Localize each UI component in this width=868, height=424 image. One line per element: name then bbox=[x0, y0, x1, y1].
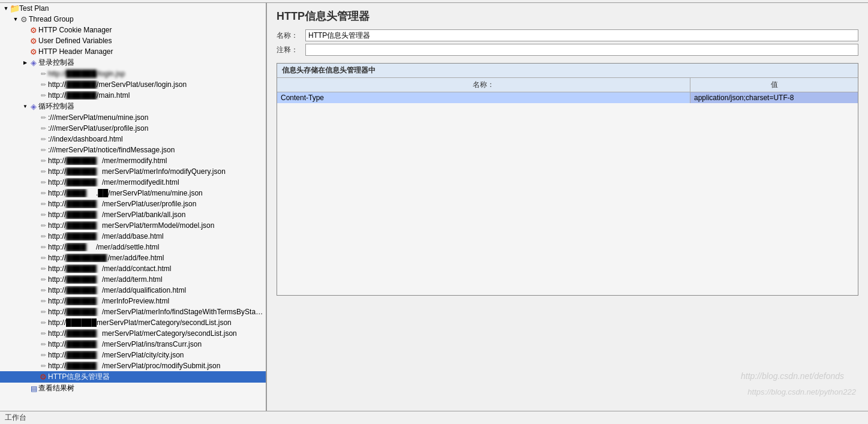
section-title: 信息头存储在信息头管理器中 bbox=[282, 66, 376, 74]
http-icon: ✏ bbox=[38, 113, 48, 122]
tree-item-login-3[interactable]: ✏ http://██████/main.html bbox=[0, 90, 266, 101]
form-area: 名称： 注释： bbox=[267, 27, 868, 61]
spacer bbox=[22, 25, 29, 35]
tree-item-loop-3[interactable]: ✏ ://index/dashboard.html bbox=[0, 134, 266, 145]
tree-item-login-ctrl[interactable]: ▶ ◈ 登录控制器 bbox=[0, 57, 266, 68]
tree-item-loop-8[interactable]: ✏ http://████.██/merServPlat/menu/mine.j… bbox=[0, 188, 266, 199]
tree-label: http://██████/mer/add/qualification.html bbox=[48, 286, 266, 294]
spacer bbox=[31, 113, 38, 122]
expand-icon: ▶ bbox=[22, 58, 29, 68]
controller-icon: ◈ bbox=[29, 58, 38, 68]
tree-item-loop-6[interactable]: ✏ http://██████merServPlat/merInfo/modif… bbox=[0, 166, 266, 177]
tree-item-loop-16[interactable]: ✏ http://██████/mer/add/term.html bbox=[0, 274, 266, 285]
tree-item-thread-group[interactable]: ▼ ⚙ Thread Group bbox=[0, 14, 266, 25]
tree-label: http://██████/mer/add/contact.html bbox=[48, 264, 266, 273]
tree-item-loop-19[interactable]: ✏ http://██████/merServPlat/merInfo/find… bbox=[0, 306, 266, 317]
tree-item-loop-ctrl[interactable]: ▼ ◈ 循环控制器 bbox=[0, 101, 266, 112]
expand-icon: ▼ bbox=[22, 102, 29, 112]
http-icon: ✏ bbox=[38, 134, 48, 144]
left-panel: ▼ 📁 Test Plan ▼ ⚙ Thread Group ⚙ HTTP Co… bbox=[0, 3, 267, 411]
spacer bbox=[22, 47, 29, 56]
tree-item-login-2[interactable]: ✏ http://██████/merServPlat/user/login.j… bbox=[0, 79, 266, 90]
tree-item-loop-11[interactable]: ✏ http://██████merServPlat/termModel/mod… bbox=[0, 220, 266, 231]
http-icon: ✏ bbox=[38, 199, 48, 209]
tree-item-loop-17[interactable]: ✏ http://██████/mer/add/qualification.ht… bbox=[0, 285, 266, 296]
tree-label: http://██████/merServPlat/bank/all.json bbox=[48, 211, 266, 219]
name-label: 名称： bbox=[277, 31, 305, 41]
bottom-bar: 工作台 bbox=[0, 411, 868, 424]
tree-item-loop-1[interactable]: ✏ :///merServPlat/menu/mine.json bbox=[0, 112, 266, 123]
tree-item-http-header-mgr[interactable]: ⚙ HTTP信息头管理器 bbox=[0, 371, 266, 383]
tree-label: ://index/dashboard.html bbox=[48, 135, 266, 143]
watermark-1: http://blog.csdn.net/defonds bbox=[741, 371, 844, 381]
tree-label: 查看结果树 bbox=[38, 383, 266, 393]
tree-label: http://████████/mer/add/fee.html bbox=[48, 254, 266, 262]
table-row-1[interactable]: Content-Type application/json;charset=UT… bbox=[277, 92, 858, 103]
comment-label: 注释： bbox=[277, 45, 305, 55]
tree-item-cookie-manager[interactable]: ⚙ HTTP Cookie Manager bbox=[0, 25, 266, 35]
manager-icon: ⚙ bbox=[38, 372, 48, 382]
tree-label: http://██████merServPlat/merInfo/modifyQ… bbox=[48, 167, 266, 176]
tree-item-loop-14[interactable]: ✏ http://████████/mer/add/fee.html bbox=[0, 252, 266, 263]
spacer bbox=[31, 318, 38, 327]
spacer bbox=[31, 145, 38, 155]
table-header: 名称： 值 bbox=[277, 78, 858, 92]
table-cell-value: application/json;charset=UTF-8 bbox=[690, 92, 858, 103]
http-icon: ✏ bbox=[38, 329, 48, 338]
tree-label: http://██████merServPlat/merCategory/sec… bbox=[48, 329, 266, 338]
right-panel-inner: HTTP信息头管理器 名称： 注释： 信息头存储在信息头管理器中 名称 bbox=[267, 3, 868, 411]
tree-item-login-1[interactable]: ✏ http://██████/login.jsp bbox=[0, 68, 266, 79]
tree-label: http://██████/merServPlat/user/profile.j… bbox=[48, 200, 266, 208]
tree-item-loop-18[interactable]: ✏ http://██████/merInfoPreview.html bbox=[0, 296, 266, 306]
name-row: 名称： bbox=[277, 29, 858, 41]
tree-item-loop-12[interactable]: ✏ http://██████/mer/add/base.html bbox=[0, 231, 266, 242]
expand-icon: ▼ bbox=[12, 14, 19, 24]
http-icon: ✏ bbox=[38, 253, 48, 263]
tree-item-loop-9[interactable]: ✏ http://██████/merServPlat/user/profile… bbox=[0, 199, 266, 209]
tree-label: http://██████/merInfoPreview.html bbox=[48, 297, 266, 305]
tree-item-loop-21[interactable]: ✏ http://██████merServPlat/merCategory/s… bbox=[0, 328, 266, 339]
http-icon: ✏ bbox=[38, 339, 48, 349]
comment-row: 注释： bbox=[277, 44, 858, 56]
controller-icon: ◈ bbox=[29, 102, 38, 112]
tree-item-loop-15[interactable]: ✏ http://██████/mer/add/contact.html bbox=[0, 263, 266, 274]
col-header-value: 值 bbox=[690, 78, 858, 92]
tree-label: :///merServPlat/notice/findMessage.json bbox=[48, 146, 266, 154]
tree-item-loop-23[interactable]: ✏ http://██████/merServPlat/city/city.js… bbox=[0, 350, 266, 360]
http-icon: ✏ bbox=[38, 167, 48, 176]
spacer bbox=[31, 91, 38, 100]
page-title: HTTP信息头管理器 bbox=[267, 3, 868, 27]
http-icon: ✏ bbox=[38, 318, 48, 327]
http-icon: ✏ bbox=[38, 178, 48, 187]
table-section-header: 信息头存储在信息头管理器中 bbox=[277, 64, 858, 78]
spacer bbox=[31, 275, 38, 284]
tree-item-loop-10[interactable]: ✏ http://██████/merServPlat/bank/all.jso… bbox=[0, 209, 266, 220]
comment-input[interactable] bbox=[305, 44, 858, 56]
tree-item-loop-24[interactable]: ✏ http://██████/merServPlat/proc/modifyS… bbox=[0, 360, 266, 371]
tree-item-result-tree[interactable]: ▤ 查看结果树 bbox=[0, 383, 266, 394]
spacer bbox=[22, 36, 29, 46]
folder-icon: 📁 bbox=[10, 4, 19, 13]
http-icon: ✏ bbox=[38, 221, 48, 230]
table-empty-area bbox=[277, 103, 858, 295]
tree-item-test-plan[interactable]: ▼ 📁 Test Plan bbox=[0, 3, 266, 14]
tree-item-loop-13[interactable]: ✏ http://████/mer/add/settle.html bbox=[0, 242, 266, 252]
tree-item-loop-4[interactable]: ✏ :///merServPlat/notice/findMessage.jso… bbox=[0, 145, 266, 155]
http-icon: ✏ bbox=[38, 91, 48, 100]
tree-label: HTTP Header Manager bbox=[38, 47, 266, 56]
spacer bbox=[31, 156, 38, 166]
spacer bbox=[22, 384, 29, 393]
manager-icon: ⚙ bbox=[29, 25, 38, 35]
tree-item-loop-20[interactable]: ✏ http://██████merServPlat/merCategory/s… bbox=[0, 317, 266, 328]
expand-icon: ▼ bbox=[2, 4, 10, 13]
tree-item-loop-22[interactable]: ✏ http://██████/merServPlat/ins/transCur… bbox=[0, 339, 266, 350]
tree-label: http://██████merServPlat/merCategory/sec… bbox=[48, 318, 266, 327]
manager-icon: ⚙ bbox=[29, 36, 38, 46]
tree-item-user-defined[interactable]: ⚙ User Defined Variables bbox=[0, 35, 266, 46]
tree-item-loop-2[interactable]: ✏ :///merServPlat/user/profile.json bbox=[0, 123, 266, 134]
spacer bbox=[31, 296, 38, 306]
name-input[interactable] bbox=[305, 29, 858, 41]
tree-item-loop-7[interactable]: ✏ http://██████/mer/mermodifyedit.html bbox=[0, 177, 266, 188]
tree-item-header-manager[interactable]: ⚙ HTTP Header Manager bbox=[0, 46, 266, 57]
tree-item-loop-5[interactable]: ✏ http://██████/mer/mermodify.html bbox=[0, 155, 266, 166]
